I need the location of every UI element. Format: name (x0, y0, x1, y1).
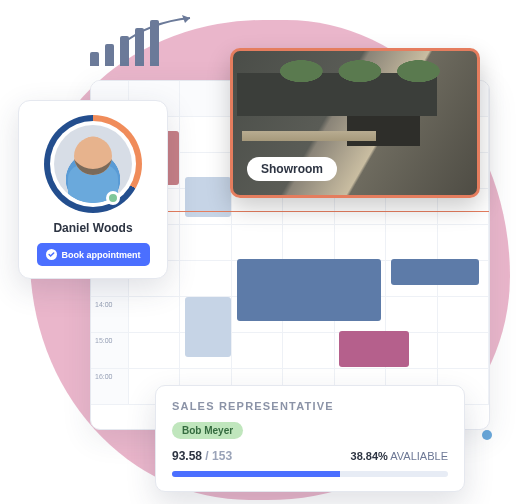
time-label: 16:00 (91, 369, 129, 405)
availability-label: 38.84% AVALIABLE (351, 450, 448, 462)
time-label: 15:00 (91, 333, 129, 369)
sales-title: SALES REPRESENTATIVE (172, 400, 448, 412)
profile-name: Daniel Woods (31, 221, 155, 235)
decor-dot (482, 430, 492, 440)
book-button-label: Book appointment (62, 250, 141, 260)
availability-bar (172, 471, 448, 477)
check-circle-icon (46, 249, 57, 260)
showroom-chip: Showroom (247, 157, 337, 181)
growth-chart-icon (90, 20, 159, 66)
calendar-event[interactable] (391, 259, 479, 285)
calendar-event[interactable] (237, 259, 381, 321)
profile-card: Daniel Woods Book appointment (18, 100, 168, 279)
time-label: 14:00 (91, 297, 129, 333)
sales-rep-card: SALES REPRESENTATIVE Bob Meyer 93.58 / 1… (155, 385, 465, 492)
avatar (54, 125, 132, 203)
sales-count: 93.58 / 153 (172, 449, 232, 463)
rep-name-chip[interactable]: Bob Meyer (172, 422, 243, 439)
calendar-event[interactable] (185, 297, 231, 357)
status-online-icon (106, 191, 120, 205)
calendar-event[interactable] (339, 331, 409, 367)
book-appointment-button[interactable]: Book appointment (37, 243, 150, 266)
avatar-ring (44, 115, 142, 213)
showroom-photo[interactable]: Showroom (230, 48, 480, 198)
